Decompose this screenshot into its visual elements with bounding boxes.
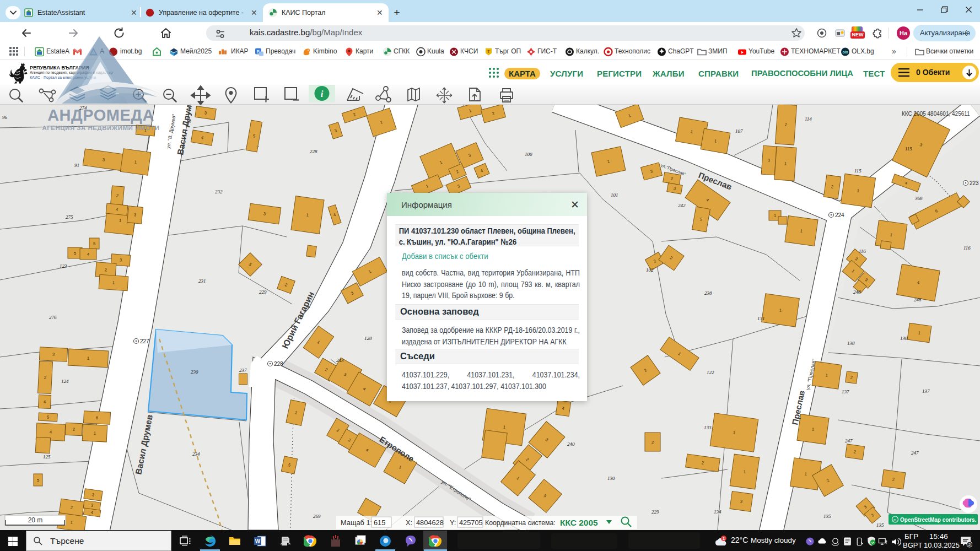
svg-text:ККС 2005 4804601, 425611: ККС 2005 4804601, 425611	[902, 111, 970, 117]
svg-text:107: 107	[735, 128, 743, 134]
svg-text:116: 116	[963, 245, 971, 251]
svg-text:2: 2	[651, 440, 654, 445]
svg-text:237: 237	[239, 368, 247, 373]
svg-text:4: 4	[44, 399, 46, 404]
svg-text:234: 234	[192, 451, 200, 457]
svg-text:1: 1	[784, 161, 787, 166]
svg-text:1: 1	[112, 280, 115, 285]
svg-text:115: 115	[905, 146, 912, 152]
svg-text:100: 100	[525, 152, 532, 157]
svg-text:247: 247	[845, 438, 853, 444]
svg-text:228: 228	[274, 361, 283, 367]
svg-text:1: 1	[723, 536, 725, 541]
svg-text:368: 368	[914, 196, 923, 201]
svg-text:125: 125	[43, 454, 51, 460]
svg-text:114: 114	[805, 116, 812, 122]
svg-text:2: 2	[116, 193, 119, 198]
svg-text:138: 138	[847, 341, 855, 346]
svg-text:615: 615	[374, 518, 385, 527]
svg-text:240: 240	[567, 441, 575, 447]
svg-text:91: 91	[74, 163, 79, 168]
svg-text:4804628: 4804628	[416, 518, 444, 527]
svg-text:АГЕНЦИЯ ЗА НЕДВИЖИМИ ИМОТИ: АГЕНЦИЯ ЗА НЕДВИЖИМИ ИМОТИ	[42, 125, 159, 131]
svg-text:135: 135	[876, 522, 884, 528]
svg-text:134: 134	[714, 509, 721, 515]
svg-text:124: 124	[61, 379, 69, 384]
svg-text:5: 5	[74, 251, 76, 256]
svg-text:232: 232	[215, 189, 223, 195]
svg-text:269: 269	[313, 514, 321, 519]
svg-text:135: 135	[823, 514, 831, 519]
svg-text:227: 227	[140, 338, 149, 344]
svg-text:c: c	[893, 517, 896, 522]
svg-text:6: 6	[96, 415, 99, 420]
svg-text:248: 248	[853, 289, 861, 295]
svg-text:115: 115	[854, 168, 861, 174]
svg-text:5: 5	[47, 414, 50, 419]
svg-text:243: 243	[336, 358, 344, 363]
svg-text:T: T	[487, 49, 490, 54]
svg-text:242: 242	[678, 203, 686, 208]
svg-text:2: 2	[73, 426, 76, 431]
svg-text:2: 2	[968, 542, 971, 547]
svg-text:2: 2	[785, 122, 788, 127]
svg-text:2: 2	[105, 267, 107, 272]
svg-text:229: 229	[651, 509, 659, 515]
svg-text:olx: olx	[842, 50, 848, 54]
svg-text:123: 123	[60, 263, 67, 269]
svg-text:5: 5	[37, 478, 39, 483]
svg-text:122: 122	[707, 370, 714, 375]
svg-text:137: 137	[842, 389, 849, 395]
svg-text:X:: X:	[406, 518, 412, 527]
svg-text:101: 101	[611, 192, 618, 198]
svg-text:228: 228	[310, 149, 317, 154]
svg-text:238: 238	[704, 290, 712, 296]
svg-text:i: i	[321, 89, 324, 99]
svg-text:275: 275	[66, 214, 73, 220]
svg-text:229: 229	[259, 289, 267, 295]
svg-text:223: 223	[970, 180, 979, 186]
svg-text:5: 5	[93, 241, 95, 246]
svg-text:128: 128	[364, 336, 372, 341]
svg-text:102: 102	[646, 267, 654, 273]
svg-text:224: 224	[835, 212, 844, 218]
svg-text:АНДРОМЕДА: АНДРОМЕДА	[47, 106, 154, 124]
svg-text:248: 248	[914, 297, 922, 302]
svg-text:247: 247	[911, 450, 919, 456]
svg-text:3: 3	[768, 158, 771, 163]
svg-text:1: 1	[774, 213, 776, 218]
svg-text:3: 3	[120, 257, 122, 262]
svg-text:W: W	[255, 538, 261, 544]
svg-text:ККС 2005: ККС 2005	[560, 518, 598, 527]
svg-text:137: 137	[922, 388, 930, 394]
svg-text:3: 3	[52, 352, 55, 356]
svg-text:116: 116	[859, 249, 866, 254]
svg-text:Y:: Y:	[450, 518, 456, 527]
svg-text:20 m: 20 m	[28, 516, 43, 524]
svg-text:425705: 425705	[459, 518, 483, 527]
svg-text:OpenStreetMap contributors.: OpenStreetMap contributors.	[900, 517, 977, 523]
svg-text:130: 130	[607, 476, 615, 481]
svg-text:276: 276	[49, 315, 57, 320]
svg-text:4: 4	[87, 252, 89, 257]
svg-text:138: 138	[900, 336, 908, 341]
svg-text:231: 231	[198, 278, 206, 284]
svg-text:Координатна система:: Координатна система:	[485, 519, 556, 527]
svg-text:131: 131	[757, 316, 765, 321]
svg-text:2: 2	[44, 375, 47, 380]
svg-text:230: 230	[191, 369, 198, 375]
svg-text:133: 133	[704, 425, 712, 430]
svg-text:1: 1	[87, 355, 90, 360]
svg-text:Мащаб 1:: Мащаб 1:	[341, 518, 372, 527]
svg-text:4: 4	[50, 429, 52, 434]
svg-text:1: 1	[94, 430, 96, 435]
